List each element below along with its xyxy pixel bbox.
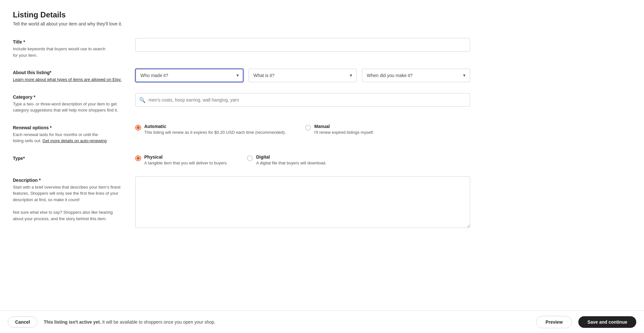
about-description: Learn more about what types of items are… bbox=[13, 76, 122, 83]
title-description: Include keywords that buyers would use t… bbox=[13, 46, 122, 58]
about-label-col: About this listing* Learn more about wha… bbox=[13, 69, 135, 83]
preview-button[interactable]: Preview bbox=[536, 316, 572, 328]
type-label: Type* bbox=[13, 156, 122, 161]
title-input-col bbox=[135, 38, 470, 52]
status-text: This listing isn't active yet. It will b… bbox=[44, 319, 530, 325]
type-label-col: Type* bbox=[13, 154, 135, 162]
about-link[interactable]: Learn more about what types of items are… bbox=[13, 77, 121, 82]
title-label: Title * bbox=[13, 39, 122, 44]
description-textarea[interactable] bbox=[135, 176, 470, 228]
type-physical-desc: A tangible item that you will deliver to… bbox=[144, 160, 228, 166]
type-physical-radio[interactable] bbox=[135, 155, 141, 161]
about-label: About this listing* bbox=[13, 70, 122, 75]
description-control bbox=[135, 176, 470, 229]
page-subtitle: Tell the world all about your item and w… bbox=[13, 21, 470, 26]
renewal-label-col: Renewal options * Each renewal lasts for… bbox=[13, 124, 135, 144]
type-digital-label: Digital A digital file that buyers will … bbox=[256, 154, 326, 166]
what-is-dropdown[interactable]: What is it? A finished product A supply … bbox=[249, 69, 357, 82]
type-physical-option: Physical A tangible item that you will d… bbox=[135, 154, 228, 166]
description-desc-2: Not sure what else to say? Shoppers also… bbox=[13, 209, 122, 222]
description-desc-1: Start with a brief overview that describ… bbox=[13, 184, 122, 203]
type-digital-radio[interactable] bbox=[247, 155, 253, 161]
footer-bar: Cancel This listing isn't active yet. It… bbox=[0, 310, 644, 333]
renewal-automatic-radio[interactable] bbox=[135, 125, 141, 131]
when-made-dropdown[interactable]: When did you make it? Made to order 2020… bbox=[362, 69, 470, 82]
category-control: 🔍 bbox=[135, 93, 470, 107]
renewal-manual-option: Manual I'll renew expired listings mysel… bbox=[305, 124, 374, 135]
page-title: Listing Details bbox=[13, 10, 470, 19]
type-radio-group: Physical A tangible item that you will d… bbox=[135, 154, 470, 166]
search-icon: 🔍 bbox=[139, 97, 146, 103]
about-section: About this listing* Learn more about wha… bbox=[13, 69, 470, 83]
status-normal: This listing isn't active yet. bbox=[44, 319, 101, 325]
about-dropdowns: Who made it? I did A member of my shop A… bbox=[135, 69, 470, 82]
category-label: Category * bbox=[13, 94, 122, 100]
description-label: Description * bbox=[13, 178, 122, 183]
description-label-col: Description * Start with a brief overvie… bbox=[13, 176, 135, 222]
category-label-col: Category * Type a two- or three-word des… bbox=[13, 93, 135, 113]
type-digital-title: Digital bbox=[256, 154, 326, 160]
renewal-label: Renewal options * bbox=[13, 125, 122, 130]
who-made-dropdown[interactable]: Who made it? I did A member of my shop A… bbox=[135, 69, 243, 82]
renewal-manual-desc: I'll renew expired listings myself. bbox=[314, 130, 374, 135]
about-controls: Who made it? I did A member of my shop A… bbox=[135, 69, 470, 82]
renewal-manual-radio[interactable] bbox=[305, 125, 311, 131]
what-is-wrapper: What is it? A finished product A supply … bbox=[249, 69, 357, 82]
type-physical-label: Physical A tangible item that you will d… bbox=[144, 154, 228, 166]
save-continue-button[interactable]: Save and continue bbox=[578, 316, 636, 328]
status-extra: It will be available to shoppers once yo… bbox=[102, 319, 215, 325]
renewal-link[interactable]: Get more details on auto-renewing bbox=[43, 138, 107, 143]
category-section: Category * Type a two- or three-word des… bbox=[13, 93, 470, 113]
category-search-input[interactable] bbox=[135, 93, 470, 107]
renewal-manual-title: Manual bbox=[314, 124, 374, 129]
who-made-wrapper: Who made it? I did A member of my shop A… bbox=[135, 69, 243, 82]
title-label-col: Title * Include keywords that buyers wou… bbox=[13, 38, 135, 58]
type-digital-desc: A digital file that buyers will download… bbox=[256, 160, 326, 166]
when-made-wrapper: When did you make it? Made to order 2020… bbox=[362, 69, 470, 82]
type-physical-title: Physical bbox=[144, 154, 228, 160]
cancel-button[interactable]: Cancel bbox=[8, 317, 37, 328]
type-controls: Physical A tangible item that you will d… bbox=[135, 154, 470, 166]
category-description: Type a two- or three-word description of… bbox=[13, 101, 122, 113]
renewal-controls: Automatic This listing will renew as it … bbox=[135, 124, 470, 135]
renewal-automatic-option: Automatic This listing will renew as it … bbox=[135, 124, 286, 135]
renewal-automatic-label: Automatic This listing will renew as it … bbox=[144, 124, 286, 135]
renewal-description: Each renewal lasts for four months or un… bbox=[13, 132, 122, 144]
description-section: Description * Start with a brief overvie… bbox=[13, 176, 470, 229]
renewal-manual-label: Manual I'll renew expired listings mysel… bbox=[314, 124, 374, 135]
renewal-radio-group: Automatic This listing will renew as it … bbox=[135, 124, 470, 135]
title-section: Title * Include keywords that buyers wou… bbox=[13, 38, 470, 58]
type-digital-option: Digital A digital file that buyers will … bbox=[247, 154, 326, 166]
title-input[interactable] bbox=[135, 38, 470, 52]
renewal-automatic-title: Automatic bbox=[144, 124, 286, 129]
renewal-section: Renewal options * Each renewal lasts for… bbox=[13, 124, 470, 144]
category-search-wrapper: 🔍 bbox=[135, 93, 470, 107]
type-section: Type* Physical A tangible item that you … bbox=[13, 154, 470, 166]
renewal-automatic-desc: This listing will renew as it expires fo… bbox=[144, 130, 286, 135]
